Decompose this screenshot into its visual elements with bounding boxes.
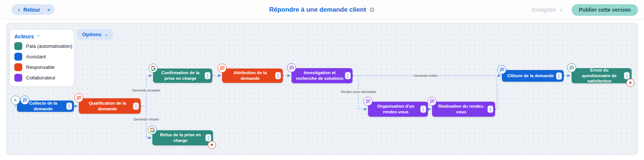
chat-icon[interactable] xyxy=(497,65,506,74)
page-title: Répondre à une demande client xyxy=(269,6,366,14)
chevron-down-icon: ⌄ xyxy=(105,32,108,37)
node-badges xyxy=(74,93,84,102)
node-cloture-de-la-demande[interactable]: Clôture de la demande ⋮ xyxy=(502,70,564,82)
node-investigation-et-recherche-de-solutions[interactable]: Investigation et recherche de solutions … xyxy=(291,68,353,83)
end-flag-icon[interactable] xyxy=(208,141,216,149)
node-badges xyxy=(497,65,507,74)
edge-label-demande-acceptee: Demande acceptée xyxy=(131,88,161,93)
color-swatch xyxy=(14,53,22,61)
check-icon: ✓ xyxy=(559,7,564,13)
legend-item-pala: Pala (automatisation) xyxy=(14,42,69,50)
color-swatch xyxy=(14,74,22,82)
node-badges xyxy=(218,64,227,73)
publish-button[interactable]: Publier cette version xyxy=(572,4,638,16)
legend-item-label: Pala (automatisation) xyxy=(26,43,72,49)
kebab-menu-icon[interactable]: ⋮ xyxy=(488,106,493,113)
top-bar: ‹ Retour ‹› Répondre à une demande clien… xyxy=(0,0,644,20)
options-button-label: Options xyxy=(82,32,101,37)
node-label: Confirmation de la prise en charge xyxy=(158,70,203,81)
save-status-label: Enregistré xyxy=(532,7,556,13)
gear-icon[interactable]: ⚙ xyxy=(369,6,375,14)
legend-item-label: Collaborateur xyxy=(26,75,55,81)
node-badges xyxy=(149,64,158,73)
node-label: Qualification de la demande xyxy=(83,101,132,112)
node-badges xyxy=(148,125,157,134)
kebab-menu-icon[interactable]: ⋮ xyxy=(205,72,210,79)
chat-icon[interactable] xyxy=(363,97,373,106)
node-envoi-du-questionnaire-de-satisfaction[interactable]: Envoi du questionnaire de satisfaction ⋮ xyxy=(572,68,632,83)
kebab-menu-icon[interactable]: ⋮ xyxy=(133,102,139,110)
chat-icon[interactable] xyxy=(567,63,576,72)
chat-icon[interactable] xyxy=(20,96,29,105)
node-badges xyxy=(428,97,437,106)
legend-item-label: Responsable xyxy=(26,64,55,70)
node-refus-de-la-prise-en-charge[interactable]: Refus de la prise en charge ⋮ xyxy=(152,130,213,145)
google-icon[interactable] xyxy=(149,64,158,73)
play-icon[interactable] xyxy=(11,96,20,105)
actors-legend: Acteurs ⌃ Pala (automatisation) Assistan… xyxy=(10,30,74,86)
chevron-up-icon: ⌃ xyxy=(37,35,40,39)
node-badges xyxy=(11,96,30,105)
legend-item-collaborateur: Collaborateur xyxy=(14,74,69,82)
node-collecte-de-la-demande[interactable]: Collecte de la demande ⋮ xyxy=(17,101,74,112)
chat-icon[interactable] xyxy=(218,64,227,73)
code-icon: ‹› xyxy=(48,7,50,12)
chat-icon[interactable] xyxy=(428,97,437,106)
legend-item-assistant: Assistant xyxy=(14,53,69,61)
edge-label-demande-refusee: Demande refusée xyxy=(132,117,160,122)
end-flag-icon[interactable] xyxy=(626,79,635,87)
legend-item-label: Assistant xyxy=(26,54,46,59)
node-label: Organisation d'un rendez-vous xyxy=(373,104,419,115)
legend-title-label: Acteurs xyxy=(14,34,34,40)
legend-item-responsable: Responsable xyxy=(14,63,69,71)
color-swatch xyxy=(14,42,22,50)
chat-icon[interactable] xyxy=(287,63,296,72)
edge-label-demande-traitee: Demande traitée xyxy=(413,73,439,78)
back-button[interactable]: ‹ Retour xyxy=(11,4,47,15)
kebab-menu-icon[interactable]: ⋮ xyxy=(556,72,562,79)
node-label: Envoi du questionnaire de satisfaction xyxy=(576,67,623,84)
node-badges xyxy=(567,63,577,72)
node-qualification-de-la-demande[interactable]: Qualification de la demande ⋮ xyxy=(79,98,141,114)
edge-label-rendez-vous-necessaire: Rendez-vous nécessaire xyxy=(340,90,377,94)
save-status: Enregistré ✓ xyxy=(532,7,564,13)
back-button-label: Retour xyxy=(23,7,40,13)
chevron-left-icon: ‹ xyxy=(18,7,20,13)
node-label: Refus de la prise en charge xyxy=(157,132,204,143)
node-label: Réalisation du rendez-vous xyxy=(437,104,486,115)
node-attribution-de-la-demande[interactable]: Attribution de la demande ⋮ xyxy=(222,69,283,83)
options-button[interactable]: Options ⌄ xyxy=(77,29,113,40)
code-view-button[interactable]: ‹› xyxy=(43,4,55,15)
kebab-menu-icon[interactable]: ⋮ xyxy=(345,72,351,79)
node-confirmation-de-la-prise-en-charge[interactable]: Confirmation de la prise en charge ⋮ xyxy=(153,69,212,83)
node-badges xyxy=(363,97,373,106)
kebab-menu-icon[interactable]: ⋮ xyxy=(275,72,281,79)
legend-header[interactable]: Acteurs ⌃ xyxy=(14,34,69,40)
kebab-menu-icon[interactable]: ⋮ xyxy=(624,72,630,79)
google-icon[interactable] xyxy=(148,125,157,134)
node-label: Investigation et recherche de solutions xyxy=(296,70,343,81)
kebab-menu-icon[interactable]: ⋮ xyxy=(420,106,426,113)
kebab-menu-icon[interactable]: ⋮ xyxy=(205,134,211,142)
workflow-canvas[interactable]: Demande acceptée Demande refusée Rendez-… xyxy=(6,23,638,155)
color-swatch xyxy=(14,63,22,71)
node-label: Attribution de la demande xyxy=(227,70,274,81)
node-badges xyxy=(287,63,296,72)
topbar-right: Enregistré ✓ Publier cette version xyxy=(532,0,638,20)
node-organisation-dun-rendez-vous[interactable]: Organisation d'un rendez-vous ⋮ xyxy=(368,102,428,117)
kebab-menu-icon[interactable]: ⋮ xyxy=(66,103,72,110)
node-label: Clôture de la demande xyxy=(507,73,554,79)
node-realisation-du-rendez-vous[interactable]: Réalisation du rendez-vous ⋮ xyxy=(432,102,495,117)
chat-icon[interactable] xyxy=(74,93,83,102)
workflow-edges xyxy=(6,23,638,155)
